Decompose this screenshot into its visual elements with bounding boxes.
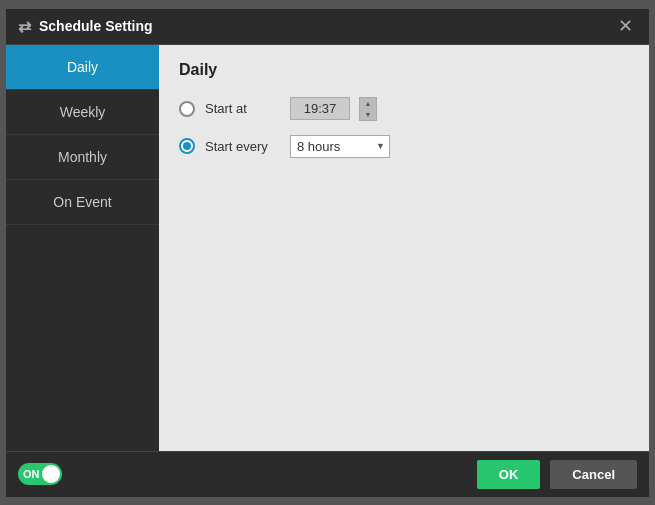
content-title: Daily	[179, 61, 629, 79]
start-at-row: Start at ▲ ▼	[179, 97, 629, 121]
schedule-setting-dialog: ⇄ Schedule Setting ✕ Daily Weekly Monthl…	[5, 8, 650, 498]
start-at-label: Start at	[205, 101, 280, 116]
dialog-body: Daily Weekly Monthly On Event Daily Star…	[6, 45, 649, 451]
start-every-row: Start every 1 hours 2 hours 4 hours 6 ho…	[179, 135, 629, 158]
footer-buttons: OK Cancel	[477, 460, 637, 489]
content-area: Daily Start at ▲ ▼ Start every 1 hours	[159, 45, 649, 451]
content-spacer	[179, 172, 629, 435]
sync-icon: ⇄	[18, 17, 31, 36]
hours-select[interactable]: 1 hours 2 hours 4 hours 6 hours 8 hours …	[290, 135, 390, 158]
start-every-label: Start every	[205, 139, 280, 154]
footer: ON OK Cancel	[6, 451, 649, 497]
spin-up-button[interactable]: ▲	[360, 98, 376, 109]
sidebar-item-weekly[interactable]: Weekly	[6, 90, 159, 135]
spin-down-button[interactable]: ▼	[360, 109, 376, 120]
time-spinner[interactable]: ▲ ▼	[359, 97, 377, 121]
title-bar-left: ⇄ Schedule Setting	[18, 17, 153, 36]
sidebar-item-daily[interactable]: Daily	[6, 45, 159, 90]
start-at-radio[interactable]	[179, 101, 195, 117]
on-off-toggle[interactable]: ON	[18, 463, 62, 485]
sidebar-item-on-event[interactable]: On Event	[6, 180, 159, 225]
title-bar: ⇄ Schedule Setting ✕	[6, 9, 649, 45]
close-button[interactable]: ✕	[614, 17, 637, 35]
toggle-container: ON	[18, 463, 62, 485]
cancel-button[interactable]: Cancel	[550, 460, 637, 489]
start-every-radio[interactable]	[179, 138, 195, 154]
dialog-title: Schedule Setting	[39, 18, 153, 34]
toggle-thumb	[42, 465, 60, 483]
hours-select-wrapper: 1 hours 2 hours 4 hours 6 hours 8 hours …	[290, 135, 390, 158]
sidebar: Daily Weekly Monthly On Event	[6, 45, 159, 451]
sidebar-item-monthly[interactable]: Monthly	[6, 135, 159, 180]
ok-button[interactable]: OK	[477, 460, 541, 489]
toggle-on-label: ON	[23, 468, 40, 480]
time-input[interactable]	[290, 97, 350, 120]
